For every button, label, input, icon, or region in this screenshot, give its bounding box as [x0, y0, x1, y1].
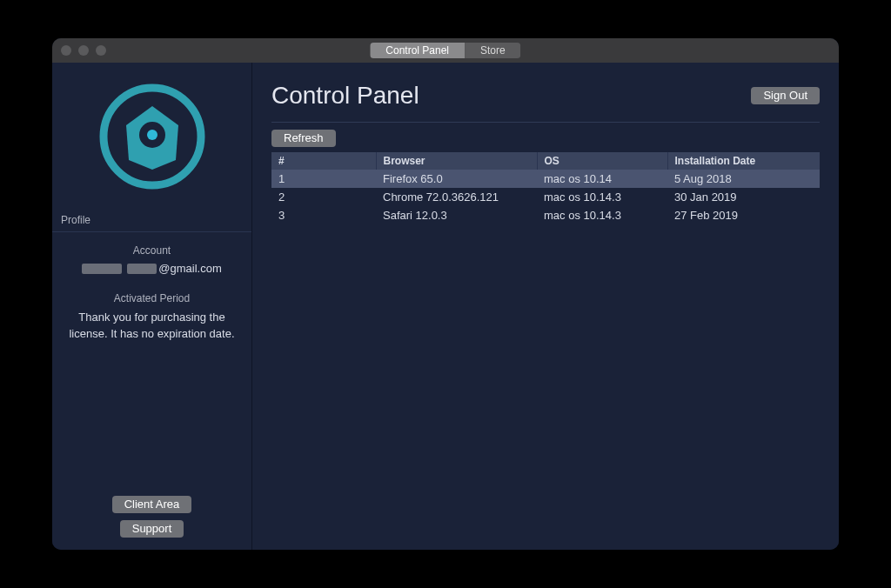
- cell-date: 30 Jan 2019: [667, 188, 820, 206]
- eye-logo-icon: [96, 80, 209, 193]
- toolbar: Refresh: [271, 130, 820, 147]
- cell-num: 1: [271, 170, 376, 188]
- refresh-button[interactable]: Refresh: [271, 130, 336, 147]
- cell-os: mac os 10.14.3: [537, 206, 667, 224]
- installations-table: # Browser OS Installation Date 1Firefox …: [271, 152, 820, 224]
- cell-num: 3: [271, 206, 376, 224]
- redacted-text: [127, 264, 157, 274]
- cell-browser: Chrome 72.0.3626.121: [376, 188, 537, 206]
- support-button[interactable]: Support: [120, 520, 184, 538]
- tab-control-panel[interactable]: Control Panel: [370, 43, 465, 58]
- activated-period-label: Activated Period: [63, 292, 241, 304]
- activated-period-message: Thank you for purchasing the license. It…: [63, 310, 241, 343]
- email-suffix: @gmail.com: [158, 262, 221, 275]
- app-window: Control Panel Store Profile Account @: [52, 38, 839, 550]
- cell-os: mac os 10.14: [537, 170, 667, 188]
- profile-section-label: Profile: [52, 209, 251, 232]
- account-email: @gmail.com: [63, 262, 241, 275]
- svg-point-2: [147, 130, 157, 140]
- table-header-row: # Browser OS Installation Date: [271, 152, 820, 170]
- sign-out-button[interactable]: Sign Out: [751, 87, 820, 104]
- table-row[interactable]: 2Chrome 72.0.3626.121mac os 10.14.330 Ja…: [271, 188, 820, 206]
- cell-browser: Safari 12.0.3: [376, 206, 537, 224]
- window-body: Profile Account @gmail.com Activated Per…: [52, 63, 839, 550]
- close-icon[interactable]: [61, 45, 71, 56]
- cell-date: 5 Aug 2018: [667, 170, 820, 188]
- main-panel: Control Panel Sign Out Refresh # Browser…: [252, 63, 839, 550]
- zoom-icon[interactable]: [96, 45, 106, 56]
- cell-num: 2: [271, 188, 376, 206]
- cell-date: 27 Feb 2019: [667, 206, 820, 224]
- col-header-num[interactable]: #: [271, 152, 376, 170]
- tab-store[interactable]: Store: [465, 43, 521, 58]
- divider: [271, 122, 820, 123]
- cell-os: mac os 10.14.3: [537, 188, 667, 206]
- sidebar-buttons: Client Area Support: [52, 496, 251, 550]
- table-row[interactable]: 1Firefox 65.0mac os 10.145 Aug 2018: [271, 170, 820, 188]
- profile-section-content: Account @gmail.com Activated Period Than…: [52, 232, 251, 355]
- logo-wrap: [52, 63, 251, 209]
- client-area-button[interactable]: Client Area: [112, 496, 192, 513]
- cell-browser: Firefox 65.0: [376, 170, 537, 188]
- sidebar: Profile Account @gmail.com Activated Per…: [52, 63, 252, 550]
- minimize-icon[interactable]: [78, 45, 89, 56]
- titlebar: Control Panel Store: [52, 38, 839, 63]
- tabs-segmented-control: Control Panel Store: [370, 43, 520, 58]
- col-header-browser[interactable]: Browser: [376, 152, 537, 170]
- col-header-os[interactable]: OS: [537, 152, 667, 170]
- page-title: Control Panel: [271, 82, 419, 110]
- main-header: Control Panel Sign Out: [271, 82, 820, 122]
- redacted-text: [82, 264, 122, 274]
- account-label: Account: [63, 244, 241, 257]
- table-row[interactable]: 3Safari 12.0.3mac os 10.14.327 Feb 2019: [271, 206, 820, 224]
- col-header-date[interactable]: Installation Date: [667, 152, 820, 170]
